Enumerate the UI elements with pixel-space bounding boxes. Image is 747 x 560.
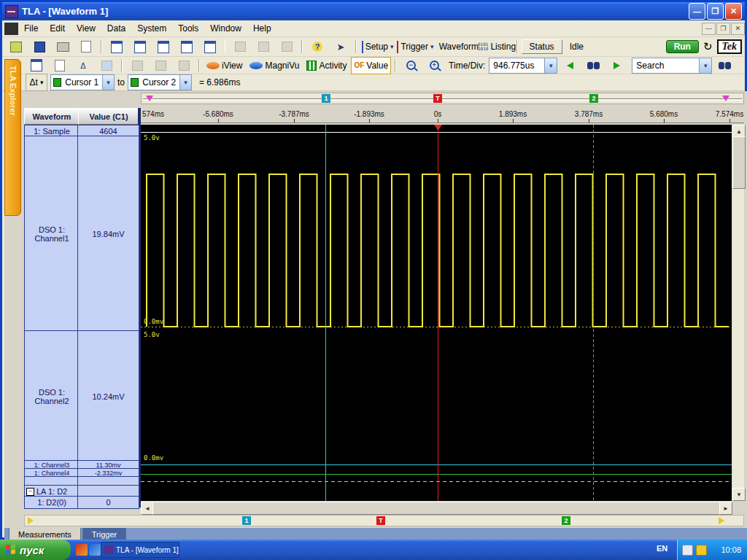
row-label-d2-0[interactable]: 1: D2(0) (24, 496, 80, 509)
waveform-canvas[interactable]: 5.0v 0.0mv 5.0v 0.0mv (141, 125, 732, 501)
time-ruler[interactable]: 574ms -5.680ms -3.787ms -1.893ms 0s 1.89… (141, 108, 744, 123)
setup-label: Setup (365, 42, 388, 52)
delta-time-dropdown[interactable]: Δt ▾ (26, 74, 47, 91)
search-go-button[interactable] (713, 57, 735, 74)
chevron-down-icon[interactable]: ▾ (544, 58, 557, 73)
iview-button[interactable]: iView (204, 57, 245, 74)
paste-button[interactable] (276, 38, 298, 55)
begin-marker-icon[interactable] (28, 517, 34, 524)
minimize-button[interactable]: — (689, 3, 705, 20)
language-indicator[interactable]: EN (657, 544, 667, 553)
vertical-scroll-thumb[interactable] (732, 136, 746, 189)
zoom-in-button[interactable]: + (423, 57, 445, 74)
title-bar[interactable]: TLA - [Waveform 1] — ❐ ✕ (2, 2, 745, 20)
cursor2-bottom-marker[interactable]: 2 (562, 516, 570, 525)
next-button[interactable] (605, 57, 627, 74)
mdi-minimize-button[interactable]: — (702, 23, 716, 35)
properties-button[interactable] (96, 57, 117, 74)
cut-button[interactable] (229, 38, 251, 55)
find-button[interactable] (582, 57, 604, 74)
collapse-icon[interactable]: − (26, 488, 34, 496)
mdi-child-icon[interactable] (4, 23, 18, 35)
mark-begin-marker[interactable] (146, 96, 153, 101)
add-waveform-button[interactable] (26, 57, 47, 74)
cursor2-marker[interactable]: 2 (589, 94, 598, 103)
save-button[interactable] (28, 38, 50, 55)
status-button[interactable]: Status (522, 39, 562, 54)
delta-measure-button[interactable]: Δ (72, 57, 94, 74)
tray-vga-icon[interactable] (696, 545, 707, 556)
page-setup-button[interactable] (75, 38, 97, 55)
app-window: TLA - [Waveform 1] — ❐ ✕ File Edit View … (0, 0, 747, 540)
column-header-value[interactable]: Value (C1) (78, 108, 139, 125)
context-help-button[interactable]: ➤ (330, 38, 352, 55)
menu-help[interactable]: Help (247, 21, 277, 36)
timediv-combobox[interactable]: 946.775us ▾ (489, 58, 557, 74)
value-toggle-button[interactable]: OF Value (351, 57, 391, 74)
source-window-button[interactable] (176, 38, 198, 55)
waveform-window-button[interactable] (129, 38, 151, 55)
start-button[interactable]: пуск (0, 540, 71, 560)
menu-edit[interactable]: Edit (44, 21, 71, 36)
end-marker-icon[interactable] (719, 517, 724, 524)
listing-window-button[interactable] (152, 38, 174, 55)
paste-button-2[interactable] (173, 57, 195, 74)
scroll-right-icon[interactable]: ► (719, 502, 732, 515)
cursor1-bottom-marker[interactable]: 1 (242, 516, 251, 525)
column-header-waveform[interactable]: Waveform (24, 108, 80, 125)
row-label-channel2[interactable]: DSO 1: Channel2 (24, 330, 80, 462)
overview-ruler[interactable]: 1 T 2 (141, 93, 744, 104)
menu-file[interactable]: File (18, 21, 44, 36)
restore-button[interactable]: ❐ (707, 3, 724, 20)
waveform-button[interactable]: Waveform (436, 38, 479, 55)
trigger-bottom-marker[interactable]: T (376, 516, 385, 525)
setup-dropdown-button[interactable]: Setup ▾ (360, 38, 395, 55)
horizontal-scrollbar[interactable]: ◄ ► (141, 502, 732, 513)
quick-launch-icon-1[interactable] (76, 544, 88, 556)
tla-explorer-tab[interactable]: TLA Explorer (4, 59, 21, 216)
menu-data[interactable]: Data (101, 21, 131, 36)
listing-button[interactable]: 0101 1010 Listing (481, 38, 513, 55)
vertical-scrollbar[interactable]: ▲ ▼ (732, 125, 744, 501)
menu-window[interactable]: Window (204, 21, 247, 36)
row-label-channel1[interactable]: DSO 1: Channel1 (24, 136, 80, 332)
trigger-marker[interactable]: T (433, 94, 442, 103)
load-system-button[interactable] (5, 38, 27, 55)
bottom-marker-bar[interactable]: 1 T 2 (24, 515, 744, 526)
scroll-down-icon[interactable]: ▼ (732, 488, 746, 501)
setup-window-button[interactable] (106, 38, 128, 55)
magnivu-button[interactable]: MagniVu (247, 57, 302, 74)
search-combobox[interactable]: Search ▾ (632, 58, 712, 74)
taskbar-clock[interactable]: 10:08 (721, 545, 747, 554)
quick-launch-icon-2[interactable] (89, 544, 101, 556)
taskbar-task-button[interactable]: TLA - [Waveform 1] (101, 542, 179, 558)
menu-view[interactable]: View (71, 21, 101, 36)
cursor2-combobox[interactable]: Cursor 2 ▾ (128, 74, 192, 90)
help-button[interactable]: ? (306, 38, 328, 55)
cursor1-combobox[interactable]: Cursor 1 ▾ (50, 74, 115, 90)
chevron-down-icon[interactable]: ▾ (179, 75, 191, 90)
repetitive-run-icon[interactable]: ↻ (700, 40, 716, 53)
chevron-down-icon[interactable]: ▾ (102, 75, 114, 90)
cut-button-2[interactable] (126, 57, 148, 74)
activity-button[interactable]: Activity (303, 57, 349, 74)
tray-display-icon[interactable] (682, 545, 693, 556)
prev-button[interactable] (559, 57, 581, 74)
trigger-dropdown-button[interactable]: Trigger ▾ (396, 38, 434, 55)
add-listing-button[interactable] (49, 57, 71, 74)
zoom-out-button[interactable]: − (400, 57, 422, 74)
copy-button-2[interactable] (150, 57, 171, 74)
mark-end-marker[interactable] (722, 96, 729, 101)
menu-tools[interactable]: Tools (172, 21, 204, 36)
close-button[interactable]: ✕ (725, 3, 742, 20)
run-button[interactable]: Run (666, 40, 699, 53)
menu-system[interactable]: System (131, 21, 172, 36)
print-button[interactable] (52, 38, 74, 55)
chevron-down-icon[interactable]: ▾ (699, 58, 711, 73)
copy-button[interactable] (252, 38, 274, 55)
mdi-restore-button[interactable]: ❐ (716, 23, 730, 35)
cursor1-marker[interactable]: 1 (322, 94, 330, 103)
histogram-window-button[interactable] (199, 38, 221, 55)
horizontal-scroll-thumb[interactable] (152, 502, 722, 515)
mdi-close-button[interactable]: ✕ (731, 23, 745, 35)
